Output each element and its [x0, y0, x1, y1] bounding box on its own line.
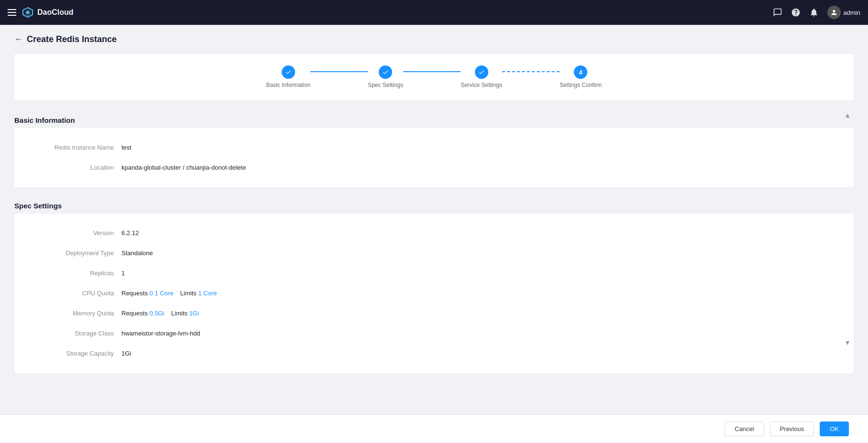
field-label-version: Version: [26, 228, 121, 238]
cancel-button[interactable]: Cancel: [725, 421, 764, 436]
field-row-name: Redis Instance Name test: [26, 138, 842, 158]
logo: DaoCloud: [22, 7, 74, 18]
scroll-down-indicator: ▼: [844, 339, 851, 346]
spec-settings-section: Spec Settings Version 6.2.12 Deployment …: [14, 195, 854, 373]
step-service-settings: Service Settings: [461, 65, 502, 88]
field-row-cpu: CPU Quota Requests 0.1 Core Limits 1 Cor…: [26, 283, 842, 303]
user-menu[interactable]: admin: [827, 6, 860, 19]
footer: Cancel Previous OK: [0, 414, 868, 443]
field-value-replicas: 1: [121, 268, 125, 279]
field-label-location: Location: [26, 162, 121, 173]
field-row-deployment-type: Deployment Type Standalone: [26, 243, 842, 263]
user-name: admin: [844, 9, 860, 16]
logo-text: DaoCloud: [37, 8, 74, 17]
spec-settings-title: Spec Settings: [14, 194, 62, 216]
stepper-card: Basic Information Spec Settings Service …: [14, 54, 854, 100]
field-value-version: 6.2.12: [121, 228, 139, 238]
ok-button[interactable]: OK: [820, 421, 849, 436]
field-row-version: Version 6.2.12: [26, 223, 842, 243]
field-row-location: Location kpanda-global-cluster / chuanji…: [26, 158, 842, 178]
service-settings-section: Service Settings Service Settings: [14, 381, 854, 387]
back-header: ← Create Redis Instance: [14, 34, 854, 44]
field-label-storage-class: Storage Class: [26, 328, 121, 339]
field-value-cpu: Requests 0.1 Core Limits 1 Core: [121, 288, 217, 299]
scroll-up-indicator: ▲: [844, 111, 851, 119]
step1-label: Basic Information: [266, 82, 310, 88]
step-basic-information: Basic Information: [266, 65, 310, 88]
connector-3: [502, 71, 560, 72]
step2-label: Spec Settings: [368, 82, 403, 88]
spec-settings-card: Version 6.2.12 Deployment Type Standalon…: [14, 214, 854, 373]
connector-2: [403, 71, 461, 72]
field-value-storage-class: hwameistor-storage-lvm-hdd: [121, 328, 200, 339]
field-label-deployment-type: Deployment Type: [26, 248, 121, 259]
field-row-replicas: Replicas 1: [26, 263, 842, 283]
field-row-memory: Memory Quota Requests 0.5Gi Limits 1Gi: [26, 303, 842, 324]
field-value-name: test: [121, 142, 132, 153]
field-row-storage-class: Storage Class hwameistor-storage-lvm-hdd: [26, 324, 842, 344]
page-content: ← Create Redis Instance Basic Informatio…: [0, 25, 868, 443]
back-button[interactable]: ←: [14, 34, 23, 44]
page-title: Create Redis Instance: [27, 34, 117, 44]
service-settings-title: Service Settings: [14, 380, 70, 387]
field-value-deployment-type: Standalone: [121, 248, 153, 259]
basic-information-card: Redis Instance Name test Location kpanda…: [14, 128, 854, 187]
step3-circle: [475, 65, 488, 79]
top-navbar: DaoCloud admin: [0, 0, 868, 25]
previous-button[interactable]: Previous: [770, 421, 814, 436]
step4-circle: 4: [574, 65, 587, 79]
field-label-name: Redis Instance Name: [26, 142, 121, 153]
bell-icon[interactable]: [809, 8, 819, 17]
step4-label: Settings Confirm: [560, 82, 602, 88]
field-value-location: kpanda-global-cluster / chuanjia-donot-d…: [121, 162, 246, 173]
basic-information-title: Basic Information: [14, 109, 75, 130]
field-label-storage-capacity: Storage Capacity: [26, 348, 121, 359]
field-value-storage-capacity: 1Gi: [121, 348, 131, 359]
step-settings-confirm: 4 Settings Confirm: [560, 65, 602, 88]
step-spec-settings: Spec Settings: [368, 65, 403, 88]
chat-icon[interactable]: [773, 8, 782, 17]
connector-1: [310, 71, 368, 72]
main-scroll-area[interactable]: ▲ Basic Information Redis Instance Name …: [14, 109, 854, 387]
step3-label: Service Settings: [461, 82, 502, 88]
field-row-storage-capacity: Storage Capacity 1Gi: [26, 344, 842, 364]
help-icon[interactable]: [791, 8, 801, 17]
field-value-memory: Requests 0.5Gi Limits 1Gi: [121, 308, 199, 319]
hamburger-icon[interactable]: [8, 9, 16, 16]
step2-circle: [379, 65, 392, 79]
field-label-replicas: Replicas: [26, 268, 121, 279]
field-label-cpu: CPU Quota: [26, 288, 121, 299]
field-label-memory: Memory Quota: [26, 308, 121, 319]
svg-point-2: [26, 11, 29, 14]
basic-information-section: Basic Information Redis Instance Name te…: [14, 109, 854, 187]
avatar: [827, 6, 841, 19]
step1-circle: [282, 65, 295, 79]
stepper: Basic Information Spec Settings Service …: [266, 65, 602, 88]
